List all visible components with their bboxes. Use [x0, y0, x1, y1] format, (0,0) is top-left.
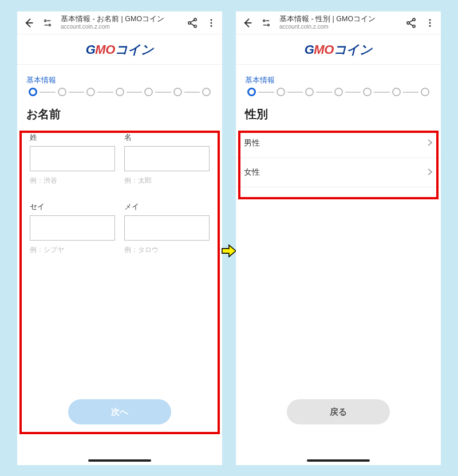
- step-dot: [247, 88, 256, 96]
- svg-point-7: [211, 25, 212, 26]
- svg-point-8: [263, 19, 265, 21]
- step-dot: [202, 88, 211, 96]
- svg-point-15: [429, 25, 431, 26]
- step-dot: [305, 88, 314, 96]
- svg-point-13: [429, 19, 431, 21]
- annotation-highlight: [238, 131, 439, 199]
- step-dot: [144, 88, 153, 96]
- site-settings-icon[interactable]: [42, 18, 53, 28]
- section-label: 基本情報: [245, 75, 432, 85]
- annotation-highlight: [19, 131, 220, 434]
- page-tab-title: 基本情報 - お名前 | GMOコイン: [61, 15, 179, 23]
- step-dot: [363, 88, 372, 96]
- logo: GMOコイン: [17, 34, 222, 65]
- page-title: 性別: [245, 107, 432, 122]
- step-dot: [277, 88, 285, 96]
- step-dot: [392, 88, 401, 96]
- share-icon[interactable]: [405, 17, 417, 29]
- svg-point-1: [49, 24, 50, 26]
- svg-point-0: [45, 19, 46, 21]
- step-dot: [86, 88, 95, 96]
- phone-screen-name: 基本情報 - お名前 | GMOコイン account.coin.z.com G…: [17, 11, 222, 465]
- share-icon[interactable]: [187, 17, 198, 29]
- progress-stepper: [26, 88, 213, 107]
- more-icon[interactable]: [206, 18, 216, 28]
- progress-stepper: [245, 88, 432, 107]
- page-tab-title: 基本情報 - 性別 | GMOコイン: [279, 15, 397, 23]
- home-indicator[interactable]: [88, 459, 151, 462]
- page-url: account.coin.z.com: [279, 23, 397, 30]
- step-dot: [173, 88, 182, 96]
- logo: GMOコイン: [236, 34, 441, 65]
- more-icon[interactable]: [425, 18, 435, 28]
- step-dot: [421, 88, 429, 96]
- svg-point-14: [429, 22, 431, 23]
- step-dot: [29, 88, 37, 96]
- browser-bar: 基本情報 - お名前 | GMOコイン account.coin.z.com: [17, 11, 222, 34]
- arrow-icon: [221, 243, 237, 259]
- home-indicator[interactable]: [307, 459, 370, 462]
- back-icon[interactable]: [23, 17, 34, 29]
- step-dot: [334, 88, 343, 96]
- back-button[interactable]: 戻る: [287, 399, 390, 424]
- svg-point-6: [211, 22, 212, 23]
- browser-bar: 基本情報 - 性別 | GMOコイン account.coin.z.com: [236, 11, 441, 34]
- svg-point-5: [211, 19, 212, 21]
- page-url: account.coin.z.com: [61, 23, 179, 30]
- site-settings-icon[interactable]: [261, 18, 271, 28]
- step-dot: [58, 88, 66, 96]
- step-dot: [116, 88, 124, 96]
- svg-point-9: [267, 24, 269, 26]
- page-title: お名前: [26, 107, 213, 122]
- section-label: 基本情報: [26, 75, 213, 85]
- phone-screen-gender: 基本情報 - 性別 | GMOコイン account.coin.z.com GM…: [236, 11, 441, 465]
- back-icon[interactable]: [242, 17, 253, 29]
